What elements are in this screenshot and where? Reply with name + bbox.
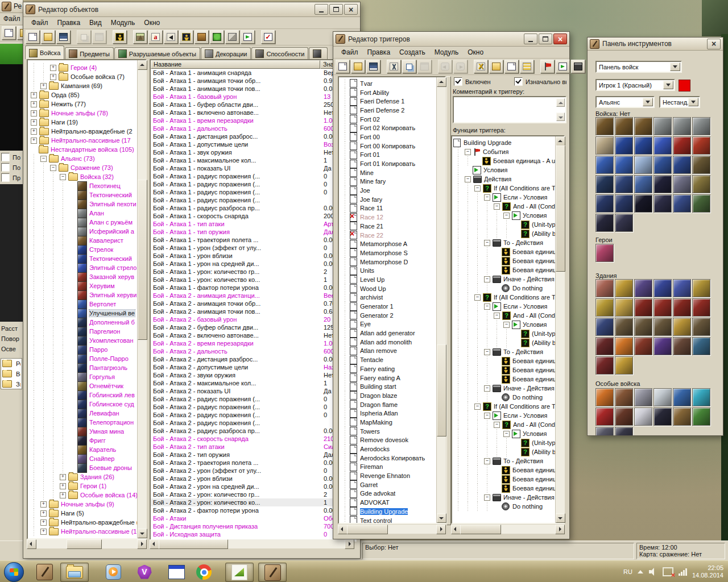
function-tree-item[interactable]: (Unit-type of ( (453, 220, 564, 229)
tree-expander[interactable]: − (40, 156, 47, 162)
function-tree-item[interactable]: Боевая единица - Se (453, 247, 564, 256)
object-tree-item[interactable]: −Альянс (73) (29, 154, 146, 163)
property-row[interactable]: Бой - Атака 1 - урон: количество ко...1 (151, 276, 355, 284)
trigger-list-item[interactable]: Dragon blaze (340, 391, 445, 400)
property-row[interactable]: Бой - Атака 1 - звук оружияНет (151, 148, 355, 156)
property-row[interactable]: Бой - Атака 2 - тип атакиСила Тьмы (151, 443, 355, 451)
tree-expander[interactable]: − (484, 413, 490, 419)
save-button[interactable] (366, 60, 380, 73)
folder-row[interactable]: Зв (2, 380, 20, 388)
tree-expander[interactable]: + (40, 83, 47, 89)
unit-palette-button[interactable] (179, 30, 193, 44)
unit-palette-icon[interactable] (595, 117, 614, 135)
building-palette-icon[interactable] (615, 298, 633, 317)
unit-palette-icon[interactable] (634, 136, 652, 155)
unit-palette-icon[interactable] (634, 117, 652, 135)
function-tree-item[interactable]: Do nothing (453, 284, 564, 293)
object-tree-item[interactable]: Херувим (29, 281, 146, 290)
scroll-down-button[interactable] (556, 513, 565, 523)
menu-item[interactable]: Файл (27, 18, 53, 28)
close-button[interactable] (553, 34, 567, 44)
trigger-list-item[interactable]: Tentacle (340, 355, 445, 364)
trigger-list-item[interactable]: Atlan remove (340, 347, 445, 356)
object-tree-item[interactable]: +Кампания (69) (29, 81, 146, 90)
property-row[interactable]: Бой - Атака 2 - максимальное кол...1 (151, 379, 355, 387)
object-tree-item[interactable]: +Нейтрально-враждебные (2 (29, 127, 146, 136)
object-tree-item[interactable]: +Наги (19) (29, 118, 146, 127)
tree-expander[interactable]: + (60, 474, 66, 480)
object-tree-item[interactable]: Огнемётчик (29, 381, 146, 390)
unit-palette-icon[interactable] (595, 194, 614, 213)
tree-expander[interactable]: − (503, 431, 510, 437)
object-tree-item[interactable]: +Нежить (77) (29, 99, 146, 109)
function-tree-item[interactable]: −If (All Conditions are True) the (453, 402, 564, 411)
object-tree-item[interactable]: Тектонический (29, 190, 146, 199)
tree-expander[interactable]: − (60, 174, 66, 180)
doodad-editor-button[interactable] (225, 30, 239, 44)
object-tree-item[interactable]: +Наги (5) (29, 509, 146, 518)
trigger-list-item[interactable]: Aerodocks (340, 444, 445, 454)
function-tree-item[interactable]: (Ability being (453, 229, 564, 238)
object-tree-item[interactable]: Дополненный б (29, 318, 146, 327)
building-palette-icon[interactable] (653, 279, 672, 297)
network-icon[interactable] (663, 567, 673, 576)
export-script-button[interactable] (556, 60, 570, 73)
property-row[interactable]: Бой - Атака 2 - урон (эффект от улу...0 (151, 467, 355, 475)
function-tree-item[interactable]: Do nothing (453, 502, 564, 511)
ventrilo-taskbar-button[interactable] (134, 563, 155, 581)
trigger-list-item[interactable]: Atlan add generator (340, 329, 445, 338)
property-row[interactable]: Бой - Атака 2 - время перезарядки1.00 (151, 339, 355, 347)
scroll-thumb[interactable] (347, 525, 388, 534)
property-row[interactable]: Бой - Атака 1 - траектория полета ...0.0… (151, 236, 355, 244)
object-tree-item[interactable]: Пехотинец (29, 181, 146, 190)
object-tree-item[interactable]: −Сражение (73) (29, 163, 146, 172)
column-name[interactable]: Название (151, 60, 320, 69)
special-palette-icon[interactable] (615, 388, 633, 406)
property-row[interactable]: Бой - Атака 1 - включено автонаве...Нет (151, 109, 355, 117)
property-row[interactable]: Бой - Атака 2 - фактор потери урона0.00 (151, 506, 355, 514)
function-tree-item[interactable]: −If (All Conditions are True) the (453, 184, 564, 193)
trigger-list-item[interactable]: Generator 2 (340, 311, 445, 320)
maximize-button[interactable] (329, 4, 343, 15)
building-palette-icon[interactable] (615, 337, 633, 355)
comment-scrollbar[interactable] (556, 98, 564, 121)
building-palette-icon[interactable] (595, 298, 614, 317)
dropdown-button[interactable] (670, 63, 680, 71)
trigger-list-item[interactable]: Joe (340, 186, 445, 195)
function-tree-item[interactable]: −То - Действия (453, 238, 564, 247)
object-tree-item[interactable]: Улучшенный ве (29, 309, 146, 318)
scroll-right-button[interactable] (345, 539, 354, 549)
function-tree-item[interactable]: Боевая единица - Re (453, 365, 564, 375)
unit-editor-button[interactable] (113, 30, 127, 44)
undo-button[interactable] (438, 60, 452, 73)
property-row[interactable]: Бой - Атака 1 - урон на средней ди...0.0… (151, 260, 355, 268)
menu-item[interactable]: Файл (337, 47, 363, 57)
property-row[interactable]: Бой - Атака 1 - буфер области дви...250.… (151, 101, 355, 109)
object-tree-item[interactable]: +Особые войска (7) (29, 72, 146, 81)
function-tree-item[interactable]: (Ability being (453, 447, 564, 456)
property-row[interactable]: Бой - Атака 2 - урон на средней ди...0.0… (151, 483, 355, 490)
trigger-list-item[interactable]: Fort Ability (340, 88, 445, 97)
object-tree-item[interactable]: Вертолет (29, 300, 146, 309)
building-palette-icon[interactable] (673, 279, 691, 297)
tree-expander[interactable]: + (31, 110, 37, 117)
property-row[interactable]: Бой - Атака 1 - анимация снарядаВертолет (151, 69, 355, 77)
unit-palette-icon[interactable] (634, 156, 652, 174)
copy-button[interactable] (77, 30, 91, 44)
language-indicator[interactable]: RU (623, 568, 632, 575)
function-tree-item[interactable]: (Unit-type of ( (453, 438, 564, 447)
new-category-button[interactable] (489, 60, 503, 73)
object-tree-item[interactable]: Исферийский а (29, 227, 146, 236)
object-tree-item[interactable]: Алан с ружьём (29, 218, 146, 227)
property-row[interactable]: Бой - Атака 1 - время перезарядки1.00 (151, 117, 355, 124)
property-row[interactable]: Бой - Исходная защита0 (151, 530, 355, 538)
trigger-list-vscrollbar[interactable] (436, 77, 446, 523)
property-row[interactable]: Бой - Атака 2 - анимация дистанци...Веер… (151, 292, 355, 300)
property-row[interactable]: Бой - Атака 2 - дальность600 (151, 347, 355, 355)
unit-palette-icon[interactable] (634, 194, 652, 213)
special-palette-icon[interactable] (615, 427, 633, 436)
function-tree-item[interactable]: −If (All Conditions are True) the (453, 293, 564, 302)
close-button[interactable] (707, 39, 721, 49)
unit-palette-icon[interactable] (673, 156, 691, 174)
object-tree-item[interactable]: Полле-Парро (29, 354, 146, 363)
